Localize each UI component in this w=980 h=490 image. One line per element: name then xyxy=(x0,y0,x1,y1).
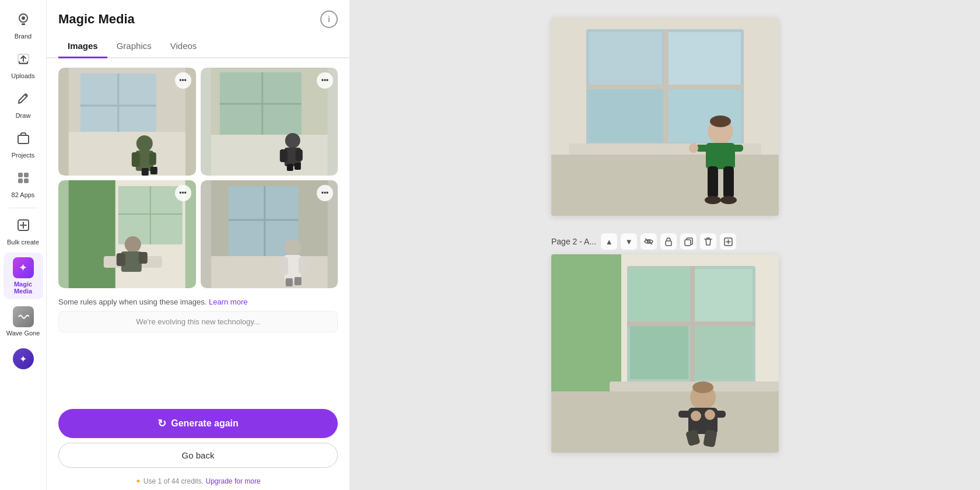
sidebar-item-label-wave: Wave Gone xyxy=(6,330,40,337)
svg-rect-91 xyxy=(551,391,779,453)
svg-rect-85 xyxy=(694,269,752,323)
svg-rect-68 xyxy=(730,145,743,152)
svg-rect-20 xyxy=(150,167,158,174)
panel-content: ••• xyxy=(47,58,349,403)
images-grid: ••• xyxy=(47,58,349,293)
sparkle-icon: ✦ xyxy=(13,348,34,369)
sidebar-item-label-bulk: Bulk create xyxy=(7,239,39,246)
evolving-text-box: We're evolving this new technology... xyxy=(58,311,338,332)
svg-rect-64 xyxy=(551,155,779,216)
svg-rect-4 xyxy=(18,135,29,144)
canvas-image-2[interactable] xyxy=(551,254,779,453)
svg-point-93 xyxy=(692,382,713,393)
sidebar-item-sparkle[interactable]: ✦ xyxy=(4,344,43,374)
page-down-btn[interactable]: ▼ xyxy=(621,233,637,250)
image-svg-1 xyxy=(58,68,196,176)
page-copy-btn[interactable] xyxy=(680,233,696,250)
svg-point-100 xyxy=(705,410,715,420)
svg-point-26 xyxy=(285,133,300,148)
generate-again-button[interactable]: ↻ Generate again xyxy=(58,409,338,438)
bulk-create-icon xyxy=(16,218,31,236)
image-card-3[interactable]: ••• xyxy=(58,180,196,288)
svg-rect-30 xyxy=(286,164,293,171)
svg-rect-6 xyxy=(24,173,29,177)
svg-point-72 xyxy=(705,196,721,204)
image-more-btn-2[interactable]: ••• xyxy=(317,72,333,89)
projects-icon xyxy=(16,131,31,149)
canvas-page-1 xyxy=(551,18,779,216)
svg-rect-62 xyxy=(664,29,668,146)
rules-text: Some rules apply when using these images… xyxy=(47,293,349,309)
upgrade-link[interactable]: Upgrade for more xyxy=(206,477,261,485)
lock-icon xyxy=(664,237,673,246)
info-button[interactable]: i xyxy=(320,10,338,28)
learn-more-link[interactable]: Learn more xyxy=(209,298,247,306)
sidebar-item-projects[interactable]: Projects xyxy=(4,126,43,163)
image-card-4[interactable]: ••• xyxy=(201,180,338,288)
svg-rect-33 xyxy=(69,180,116,288)
svg-rect-59 xyxy=(589,89,662,142)
tab-videos[interactable]: Videos xyxy=(161,35,206,58)
magic-media-icon: ✦ xyxy=(13,257,34,278)
page-add-btn[interactable] xyxy=(720,233,736,250)
sidebar-item-magic-media[interactable]: ✦ Magic Media xyxy=(4,253,43,299)
svg-rect-84 xyxy=(630,269,688,323)
generate-label: Generate again xyxy=(171,418,239,429)
sidebar-item-uploads[interactable]: Uploads xyxy=(4,47,43,84)
sidebar-item-draw[interactable]: Draw xyxy=(4,86,43,124)
page-hide-btn[interactable] xyxy=(640,233,657,250)
svg-point-48 xyxy=(284,239,300,256)
image-more-btn-4[interactable]: ••• xyxy=(317,185,333,201)
page2-label-row: Page 2 - A... ▲ ▼ xyxy=(551,233,779,250)
svg-rect-53 xyxy=(294,277,301,285)
copy-icon xyxy=(684,237,693,246)
panel-title: Magic Media xyxy=(58,12,135,27)
svg-rect-86 xyxy=(630,326,688,379)
hide-icon xyxy=(644,238,653,245)
tab-graphics[interactable]: Graphics xyxy=(107,35,161,58)
canvas-image-1[interactable] xyxy=(551,18,779,216)
sidebar-item-label-apps: 82 Apps xyxy=(12,191,35,198)
page-lock-btn[interactable] xyxy=(660,233,677,250)
image-card-2[interactable]: ••• xyxy=(201,68,338,176)
page2-controls: ▲ ▼ xyxy=(601,233,736,250)
panel-header: Magic Media i xyxy=(47,0,349,28)
svg-rect-41 xyxy=(117,253,125,266)
svg-point-69 xyxy=(689,144,698,153)
panel-tabs: Images Graphics Videos xyxy=(47,35,349,58)
svg-rect-25 xyxy=(211,135,327,176)
add-icon xyxy=(724,237,733,246)
tab-images[interactable]: Images xyxy=(58,35,107,58)
svg-rect-2 xyxy=(22,23,25,25)
sidebar-item-bulk-create[interactable]: Bulk create xyxy=(4,213,43,250)
svg-rect-70 xyxy=(708,166,718,198)
sidebar-item-label-draw: Draw xyxy=(16,112,31,119)
draw-icon xyxy=(16,91,31,110)
page2-label: Page 2 - A... xyxy=(551,237,596,246)
svg-rect-29 xyxy=(295,149,302,161)
canvas-area: Page 2 - A... ▲ ▼ xyxy=(350,0,980,490)
sidebar-item-apps[interactable]: 82 Apps xyxy=(4,166,43,203)
image-more-btn-1[interactable]: ••• xyxy=(175,72,191,89)
uploads-icon xyxy=(16,51,31,70)
svg-point-73 xyxy=(720,196,737,204)
sidebar-divider-1 xyxy=(9,208,38,208)
image-card-1[interactable]: ••• xyxy=(58,68,196,176)
sidebar-item-label-projects: Projects xyxy=(12,152,35,159)
svg-rect-95 xyxy=(678,411,691,418)
canvas-page-2: Page 2 - A... ▲ ▼ xyxy=(551,233,779,453)
sidebar-item-brand[interactable]: Brand xyxy=(4,7,43,44)
sidebar-item-wave-gone[interactable]: Wave Gone xyxy=(4,302,43,341)
image-more-btn-3[interactable]: ••• xyxy=(175,185,191,201)
svg-rect-57 xyxy=(589,32,662,86)
canvas-svg-1 xyxy=(551,18,779,216)
page-delete-btn[interactable] xyxy=(700,233,716,250)
svg-rect-28 xyxy=(279,149,287,162)
svg-rect-22 xyxy=(219,72,301,139)
page-up-btn[interactable]: ▲ xyxy=(601,233,617,250)
go-back-button[interactable]: Go back xyxy=(58,443,338,468)
magic-media-panel: Magic Media i Images Graphics Videos xyxy=(47,0,350,490)
svg-rect-47 xyxy=(211,256,327,288)
svg-rect-87 xyxy=(694,326,752,379)
svg-point-99 xyxy=(691,411,701,421)
